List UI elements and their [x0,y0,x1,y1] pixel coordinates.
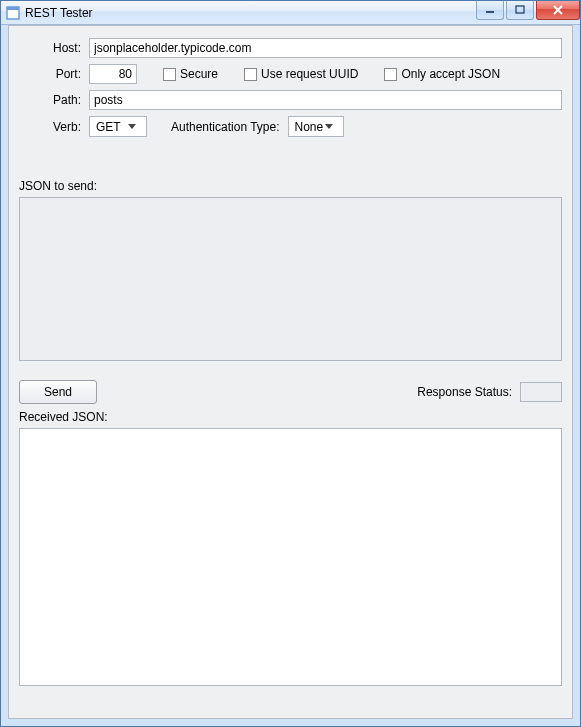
verb-label: Verb: [19,120,89,134]
use-uuid-checkbox[interactable]: Use request UUID [244,67,358,81]
path-label: Path: [19,93,89,107]
app-icon [5,5,21,21]
path-input[interactable] [89,90,562,110]
send-button[interactable]: Send [19,380,97,404]
verb-select[interactable]: GET [89,116,147,137]
auth-type-select[interactable]: None [288,116,344,137]
minimize-button[interactable] [476,1,504,20]
svg-rect-1 [7,7,19,10]
received-json-label: Received JSON: [19,410,562,424]
only-json-checkbox[interactable]: Only accept JSON [384,67,500,81]
titlebar[interactable]: REST Tester [1,1,580,25]
secure-checkbox-box[interactable] [163,68,176,81]
close-button[interactable] [536,1,580,20]
secure-checkbox-label: Secure [180,67,218,81]
host-input[interactable] [89,38,562,58]
port-label: Port: [19,67,89,81]
response-status-value [520,382,562,402]
port-input[interactable] [89,64,137,84]
auth-type-value: None [295,120,324,134]
close-icon [552,5,564,15]
verb-select-value: GET [96,120,121,134]
chevron-down-icon [128,124,144,130]
response-status-label: Response Status: [417,385,512,399]
window-controls [476,1,580,20]
use-uuid-checkbox-box[interactable] [244,68,257,81]
only-json-checkbox-label: Only accept JSON [401,67,500,81]
auth-type-label: Authentication Type: [171,120,280,134]
chevron-down-icon [325,124,341,130]
secure-checkbox[interactable]: Secure [163,67,218,81]
svg-rect-3 [516,6,524,13]
minimize-icon [485,5,495,15]
json-to-send-label: JSON to send: [19,179,562,193]
only-json-checkbox-box[interactable] [384,68,397,81]
client-area: Host: Port: Secure Use request UUID Only… [8,25,573,719]
svg-rect-2 [486,11,494,13]
maximize-button[interactable] [506,1,534,20]
host-label: Host: [19,41,89,55]
window-frame: REST Tester Host: Port: [0,0,581,727]
window-title: REST Tester [25,6,476,20]
received-json-box [19,428,562,686]
json-to-send-textarea[interactable] [19,197,562,361]
use-uuid-checkbox-label: Use request UUID [261,67,358,81]
maximize-icon [515,5,525,15]
